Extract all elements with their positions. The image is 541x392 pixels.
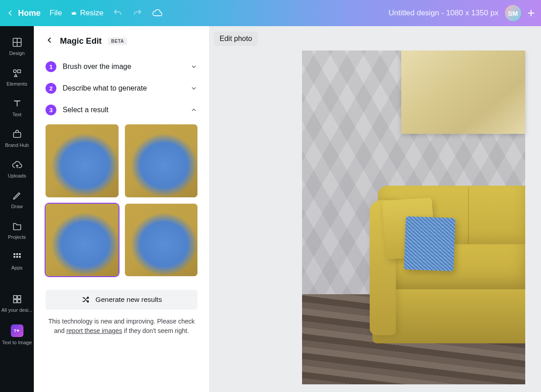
undo-icon bbox=[113, 8, 123, 18]
result-option-2[interactable] bbox=[125, 124, 198, 197]
topbar-left: Home File Resize bbox=[6, 8, 163, 18]
canvas-viewport[interactable] bbox=[210, 50, 541, 392]
rail-label: All your desi... bbox=[1, 307, 32, 313]
rail-label: Text to Image bbox=[2, 340, 32, 345]
canvas-toolbar: Edit photo bbox=[210, 26, 541, 50]
report-images-link[interactable]: report these images bbox=[66, 327, 122, 334]
generate-new-results-button[interactable]: Generate new results bbox=[46, 290, 197, 310]
canvas-area: Edit photo bbox=[210, 26, 541, 392]
home-button[interactable]: Home bbox=[6, 9, 41, 18]
crown-icon bbox=[71, 10, 77, 16]
svg-rect-3 bbox=[14, 132, 21, 137]
step-label: Brush over the image bbox=[63, 63, 184, 71]
step-label: Describe what to generate bbox=[63, 84, 184, 92]
resize-button[interactable]: Resize bbox=[71, 9, 103, 18]
magic-edit-panel: Magic Edit BETA 1 Brush over the image 2… bbox=[34, 26, 210, 392]
step-number: 1 bbox=[46, 61, 56, 72]
grid-layout-icon bbox=[12, 294, 23, 305]
redo-button[interactable] bbox=[132, 8, 143, 18]
disclaimer: This technology is new and improving. Pl… bbox=[46, 317, 197, 336]
redo-icon bbox=[133, 8, 142, 18]
file-button[interactable]: File bbox=[50, 9, 62, 18]
step-describe[interactable]: 2 Describe what to generate bbox=[46, 77, 197, 99]
svg-rect-9 bbox=[19, 256, 21, 258]
rail-label: Design bbox=[9, 50, 24, 56]
text-icon bbox=[12, 98, 23, 109]
svg-rect-5 bbox=[16, 253, 18, 255]
chevron-left-icon bbox=[6, 9, 14, 17]
main: Design Elements Text Brand Hub Uploads D… bbox=[0, 26, 541, 392]
rail-draw[interactable]: Draw bbox=[0, 186, 34, 214]
step-number: 2 bbox=[46, 83, 56, 94]
disclaimer-post: if they don't seem right. bbox=[122, 327, 189, 334]
cloud-upload-icon bbox=[12, 160, 23, 170]
photo-sofa bbox=[370, 186, 525, 366]
svg-rect-4 bbox=[14, 253, 15, 255]
avatar[interactable]: SM bbox=[505, 5, 521, 21]
rail-projects[interactable]: Projects bbox=[0, 216, 34, 244]
top-bar: Home File Resize Untitled design - 1080 … bbox=[0, 0, 541, 26]
cloud-check-icon bbox=[152, 7, 163, 19]
rail-uploads[interactable]: Uploads bbox=[0, 155, 34, 183]
canvas-image[interactable] bbox=[302, 50, 525, 384]
rail-label: Projects bbox=[8, 234, 26, 240]
side-rail: Design Elements Text Brand Hub Uploads D… bbox=[0, 26, 34, 392]
shapes-icon bbox=[12, 68, 23, 78]
grid-icon bbox=[12, 251, 23, 262]
rail-label: Uploads bbox=[8, 173, 26, 178]
rail-label: Draw bbox=[11, 204, 23, 209]
step-number: 3 bbox=[46, 105, 56, 115]
svg-point-1 bbox=[13, 70, 16, 73]
result-option-4[interactable] bbox=[125, 204, 198, 277]
rail-label: Text bbox=[12, 112, 21, 117]
briefcase-icon bbox=[12, 129, 23, 140]
rail-apps[interactable]: Apps bbox=[0, 247, 34, 275]
rail-label: Apps bbox=[11, 265, 23, 270]
svg-rect-7 bbox=[14, 256, 15, 258]
rail-brandhub[interactable]: Brand Hub bbox=[0, 124, 34, 152]
panel-header: Magic Edit BETA bbox=[46, 36, 197, 46]
undo-button[interactable] bbox=[112, 8, 123, 18]
svg-rect-8 bbox=[16, 256, 18, 258]
shuffle-icon bbox=[81, 295, 90, 304]
svg-rect-6 bbox=[19, 253, 21, 255]
generate-label: Generate new results bbox=[96, 296, 162, 304]
panel-title: Magic Edit bbox=[60, 36, 102, 46]
chevron-left-icon bbox=[46, 36, 54, 44]
step-brush[interactable]: 1 Brush over the image bbox=[46, 56, 197, 77]
back-button[interactable] bbox=[46, 36, 54, 46]
edit-photo-button[interactable]: Edit photo bbox=[214, 32, 257, 46]
rail-label: Elements bbox=[7, 81, 28, 87]
result-grid bbox=[46, 124, 197, 276]
svg-rect-12 bbox=[14, 300, 17, 303]
rail-elements[interactable]: Elements bbox=[0, 63, 34, 91]
chevron-down-icon bbox=[190, 85, 197, 92]
svg-rect-10 bbox=[14, 296, 17, 299]
result-option-1[interactable] bbox=[46, 124, 119, 197]
rail-text[interactable]: Text bbox=[0, 94, 34, 122]
svg-rect-13 bbox=[18, 300, 21, 303]
document-title[interactable]: Untitled design - 1080 x 1350 px bbox=[389, 9, 499, 18]
chevron-up-icon bbox=[190, 106, 197, 114]
chevron-down-icon bbox=[190, 63, 197, 70]
resize-label: Resize bbox=[80, 9, 103, 18]
svg-rect-11 bbox=[18, 296, 21, 299]
blue-pillow bbox=[404, 216, 455, 271]
step-label: Select a result bbox=[63, 106, 184, 114]
cloud-sync-button[interactable] bbox=[152, 8, 163, 18]
layout-icon bbox=[12, 37, 23, 48]
text-to-image-icon: T✦ bbox=[11, 324, 23, 337]
step-select[interactable]: 3 Select a result bbox=[46, 99, 197, 121]
result-option-3[interactable] bbox=[46, 204, 119, 277]
rail-design[interactable]: Design bbox=[0, 32, 34, 60]
rail-text-to-image[interactable]: T✦ Text to Image bbox=[0, 320, 34, 350]
beta-badge: BETA bbox=[108, 37, 127, 45]
add-button[interactable]: + bbox=[527, 6, 535, 20]
pencil-icon bbox=[12, 190, 23, 201]
svg-rect-2 bbox=[18, 70, 21, 73]
folder-icon bbox=[12, 221, 23, 232]
rail-label: Brand Hub bbox=[5, 142, 29, 148]
rail-all-designs[interactable]: All your desi... bbox=[0, 289, 34, 317]
photo-wall-art bbox=[401, 50, 525, 134]
home-label: Home bbox=[18, 9, 41, 18]
